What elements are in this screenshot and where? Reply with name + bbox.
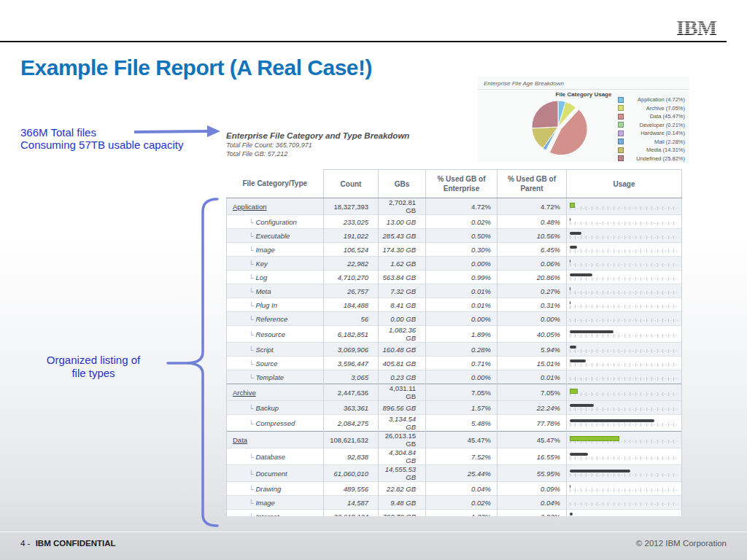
table-row: └Backup363,361896.56 GB1.57%22.24% (227, 401, 682, 415)
cell-usage (567, 257, 682, 271)
tree-branch-icon: └ (249, 360, 253, 368)
subtype-label: Template (255, 373, 284, 381)
subtype-label: Backup (255, 404, 279, 412)
cell-usage (567, 198, 682, 215)
ruler-ticks (570, 206, 678, 210)
usage-ruler (570, 231, 678, 241)
table-row: └Internet22,618,124760.78 GB1.33%2.92% (227, 510, 682, 517)
subtype-label: Reference (255, 315, 287, 323)
ruler-ticks (570, 408, 678, 411)
cell-pct-enterprise: 45.47% (426, 432, 498, 448)
category-link[interactable]: Archive (233, 389, 256, 397)
table-row: └Compressed2,084,2753,134.54 GB5.48%77.7… (227, 415, 682, 432)
cell-usage (567, 401, 682, 415)
subtype-label: Log (255, 273, 267, 281)
tree-branch-icon: └ (249, 219, 253, 226)
cell-file-category-type: └Executable (227, 229, 324, 243)
usage-ruler (570, 345, 678, 354)
usage-ruler (570, 419, 678, 428)
cell-usage (567, 384, 682, 401)
cell-gbs: 174.30 GB (379, 243, 426, 257)
usage-bar (570, 273, 592, 276)
presentation-slide: IBM Example File Report (A Real Case!) 3… (0, 0, 747, 560)
cell-count: 6,182,851 (324, 326, 379, 343)
subtype-label: Drawing (255, 485, 281, 493)
cell-gbs: 13.00 GB (379, 215, 426, 229)
table-row: └Configuration233,02513.00 GB0.02%0.48% (227, 215, 682, 229)
cell-count: 61,060,010 (324, 465, 379, 482)
tree-branch-icon: └ (249, 454, 253, 461)
table-row: Application18,327,3932,702.81 GB4.72%4.7… (227, 198, 682, 215)
usage-ruler (570, 484, 678, 494)
cell-count: 233,025 (324, 215, 379, 229)
table-row: └Log4,710,270563.84 GB0.99%20.86% (227, 271, 682, 284)
category-link[interactable]: Data (233, 436, 247, 444)
table-row: └Meta26,7577.32 GB0.01%0.27% (227, 284, 682, 298)
legend-label: Developer (0.21%) (627, 122, 685, 128)
table-row: └Template3,0650.23 GB0.00%0.01% (227, 370, 682, 384)
page-number: 4 - (20, 539, 30, 548)
cell-pct-parent: 0.06% (498, 257, 567, 271)
table-row: └Executable191,022285.43 GB0.50%10.56% (227, 229, 682, 243)
cell-pct-parent: 7.05% (498, 384, 567, 401)
cell-file-category-type: └Script (227, 343, 324, 357)
legend-item: Media (14.31%) (618, 147, 685, 153)
header-usage: Usage (567, 170, 682, 198)
cell-count: 2,084,275 (324, 415, 379, 432)
page-title: Example File Report (A Real Case!) (20, 55, 372, 80)
ruler-ticks (570, 291, 678, 295)
usage-ruler (570, 452, 678, 462)
subtype-label: Script (255, 346, 273, 354)
cell-count: 14,587 (324, 496, 379, 510)
usage-bar (570, 346, 576, 349)
cell-pct-enterprise: 1.57% (426, 401, 498, 415)
cell-pct-enterprise: 7.05% (426, 384, 498, 401)
subtype-label: Configuration (255, 218, 297, 226)
ruler-ticks (570, 489, 678, 492)
legend-label: Data (45.47%) (627, 113, 685, 120)
cell-usage (567, 343, 682, 357)
cell-gbs: 8.41 GB (379, 298, 426, 312)
tree-branch-icon: └ (249, 233, 253, 240)
cell-pct-enterprise: 0.00% (426, 257, 498, 271)
cell-file-category-type: └Reference (227, 312, 324, 326)
ruler-ticks (570, 236, 678, 239)
cell-gbs: 1,082.36 GB (379, 326, 426, 343)
usage-bar (570, 470, 630, 472)
cell-pct-parent: 22.24% (498, 401, 567, 415)
table-row: └Database92,8384,304.84 GB7.52%16.55% (227, 448, 682, 465)
tree-branch-icon: └ (249, 302, 253, 309)
cell-file-category-type: └Drawing (227, 482, 324, 496)
cell-file-category-type: └Configuration (227, 215, 324, 229)
usage-ruler (570, 498, 678, 508)
cell-pct-enterprise: 0.50% (426, 229, 498, 243)
legend-item: Developer (0.21%) (618, 122, 685, 128)
cell-count: 22,618,124 (324, 510, 379, 517)
usage-bar (570, 389, 578, 394)
header-divider (0, 41, 727, 42)
tree-branch-icon: └ (249, 246, 253, 254)
ruler-ticks (570, 392, 678, 396)
category-link[interactable]: Application (233, 203, 266, 211)
subtype-label: Document (255, 470, 287, 478)
header-pct-parent: % Used GB of Parent (498, 170, 567, 198)
subtype-label: Database (255, 453, 285, 461)
tree-branch-icon: └ (249, 331, 253, 338)
cell-gbs: 0.00 GB (379, 312, 426, 326)
cell-file-category-type: Application (227, 198, 324, 215)
usage-bar (570, 218, 570, 221)
usage-ruler (570, 202, 678, 211)
usage-ruler (570, 300, 678, 310)
cell-pct-enterprise: 1.33% (426, 510, 498, 517)
table-row: └Drawing489,55622.82 GB0.04%0.09% (227, 482, 682, 496)
cell-gbs: 4,031.11 GB (379, 384, 426, 401)
cell-count: 18,327,393 (324, 198, 379, 215)
cell-usage (567, 496, 682, 510)
ruler-ticks (570, 349, 678, 353)
cell-pct-parent: 0.31% (498, 298, 567, 312)
ruler-ticks (570, 377, 678, 381)
usage-ruler (570, 512, 678, 516)
organized-line2: file types (35, 367, 152, 380)
ruler-ticks (570, 502, 678, 506)
usage-bar (570, 359, 586, 362)
